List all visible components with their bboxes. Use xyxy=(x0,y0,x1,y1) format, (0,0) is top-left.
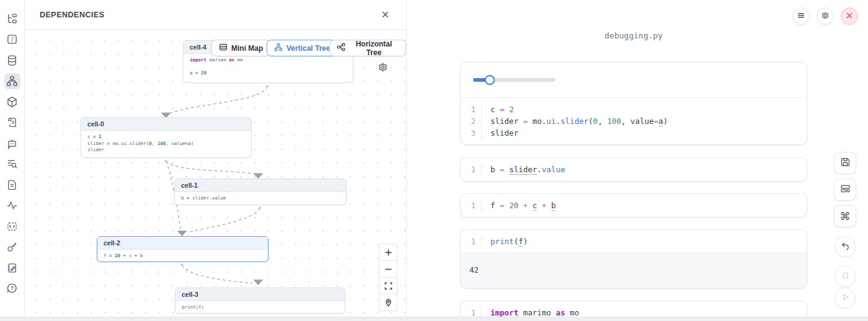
chat-icon[interactable] xyxy=(4,135,20,151)
file-explorer-icon[interactable] xyxy=(4,11,20,27)
node-title: cell-3 xyxy=(175,288,345,301)
node-code: b = slider.value xyxy=(175,192,346,205)
stop-button[interactable] xyxy=(835,266,856,287)
documentation-icon[interactable] xyxy=(4,177,20,193)
graph-node-cell-0[interactable]: cell-0 c = 2slider = mo.ui.slider(0, 100… xyxy=(81,117,252,158)
save-icon xyxy=(840,157,851,169)
graph-zoom-controls xyxy=(379,244,397,311)
notebook-cell-print[interactable]: 1print(f) 42 xyxy=(460,229,807,289)
svg-text:?: ? xyxy=(11,285,14,291)
command-icon: ⌘ xyxy=(840,211,851,222)
slider-widget[interactable] xyxy=(473,75,556,85)
stop-icon xyxy=(840,270,851,283)
horizontal-tree-icon xyxy=(337,43,345,53)
node-title: cell-1 xyxy=(175,179,346,192)
scratchpad-icon[interactable] xyxy=(4,260,20,276)
dependency-graph-canvas[interactable]: cell-4 import marimo as mo a = 20 cell-0… xyxy=(25,30,406,321)
vertical-tree-label: Vertical Tree xyxy=(286,44,330,53)
run-button[interactable] xyxy=(835,288,856,309)
notebook-filename: debugging.py xyxy=(460,31,807,40)
graph-node-cell-3[interactable]: cell-3 print(f) xyxy=(175,288,345,314)
notebook-cell-f[interactable]: 1f = 20 + c + b xyxy=(460,193,807,218)
bottom-strip xyxy=(0,317,868,321)
cell-code-editor[interactable]: 1f = 20 + c + b xyxy=(461,194,807,217)
node-code: print(f) xyxy=(175,301,345,314)
graph-settings-gear-icon[interactable] xyxy=(378,62,388,75)
left-icon-rail: f xyxy=(0,0,25,321)
marimo-app: f xyxy=(0,0,868,321)
svg-text:f: f xyxy=(11,37,14,43)
variables-icon[interactable]: f xyxy=(4,32,20,48)
notebook-cell-b[interactable]: 1b = slider.value xyxy=(460,157,807,182)
notebook-area: debugging.py 1c = 22slider = mo.ui.slide… xyxy=(407,0,868,321)
line-number: 3 xyxy=(461,127,482,139)
cell-code-editor[interactable]: 1print(f) xyxy=(461,230,807,253)
notebook-cell-slider[interactable]: 1c = 22slider = mo.ui.slider(0, 100, val… xyxy=(460,62,807,145)
notebook-column: debugging.py 1c = 22slider = mo.ui.slide… xyxy=(460,0,807,321)
vertical-tree-icon xyxy=(274,43,283,53)
zoom-out-button[interactable] xyxy=(379,260,397,278)
packages-icon[interactable] xyxy=(4,94,20,110)
tracebacks-icon[interactable] xyxy=(4,156,20,172)
horizontal-tree-button[interactable]: Horizontal Tree xyxy=(329,40,406,56)
mini-map-label: Mini Map xyxy=(231,44,263,53)
node-code: f = 20 + c + b xyxy=(97,250,268,262)
save-button[interactable] xyxy=(834,152,856,174)
line-number: 2 xyxy=(461,115,482,127)
line-number: 1 xyxy=(461,164,482,175)
line-number: 1 xyxy=(461,103,482,115)
mini-map-button[interactable]: Mini Map xyxy=(211,40,270,56)
activity-icon[interactable] xyxy=(4,198,20,214)
undo-icon xyxy=(840,240,851,253)
locate-pin-button[interactable] xyxy=(379,294,397,311)
close-icon xyxy=(845,11,854,22)
panel-title: DEPENDENCIES xyxy=(40,11,105,19)
gear-icon xyxy=(821,11,830,22)
graph-node-cell-1[interactable]: cell-1 b = slider.value xyxy=(174,178,347,205)
undo-button[interactable] xyxy=(835,236,856,257)
window-controls xyxy=(792,7,858,25)
vertical-tree-button[interactable]: Vertical Tree xyxy=(267,40,338,56)
node-code: c = 2slider = mo.ui.slider(0, 100, value… xyxy=(81,131,251,157)
node-title: cell-0 xyxy=(81,118,251,131)
datasources-icon[interactable] xyxy=(4,52,20,68)
layout-icon xyxy=(840,183,851,196)
dependency-graph-icon[interactable] xyxy=(4,73,20,89)
keyboard-shortcuts-button[interactable]: ⌘ xyxy=(834,205,856,227)
rows-icon xyxy=(219,43,228,53)
cell-code-editor[interactable]: 1b = slider.value xyxy=(461,158,807,181)
slider-handle[interactable] xyxy=(485,75,495,85)
line-number: 1 xyxy=(461,235,482,247)
play-icon xyxy=(840,292,851,304)
cell-output-area xyxy=(461,63,807,98)
graph-node-cell-2[interactable]: cell-2 f = 20 + c + b xyxy=(97,236,268,262)
hamburger-icon xyxy=(797,11,805,22)
cell-code-editor[interactable]: 1c = 22slider = mo.ui.slider(0, 100, val… xyxy=(461,98,807,144)
fit-view-button[interactable] xyxy=(379,277,397,294)
line-number: 1 xyxy=(461,200,482,211)
layout-button[interactable] xyxy=(834,178,856,201)
horizontal-tree-label: Horizontal Tree xyxy=(349,40,399,57)
console-output: 42 xyxy=(461,253,807,288)
secrets-icon[interactable] xyxy=(4,239,20,255)
help-icon[interactable]: ? xyxy=(4,281,20,297)
node-code: import marimo as mo a = 20 xyxy=(184,54,353,81)
shutdown-button[interactable] xyxy=(841,7,858,25)
dependencies-panel: DEPENDENCIES xyxy=(25,0,407,321)
snippets-icon[interactable] xyxy=(4,218,20,234)
node-title: cell-2 xyxy=(97,237,268,250)
logs-icon[interactable] xyxy=(4,115,20,131)
zoom-in-button[interactable] xyxy=(379,244,397,261)
dependencies-header: DEPENDENCIES xyxy=(25,0,406,30)
menu-button[interactable] xyxy=(792,7,810,25)
close-panel-button[interactable] xyxy=(379,9,391,20)
settings-button[interactable] xyxy=(817,7,834,25)
